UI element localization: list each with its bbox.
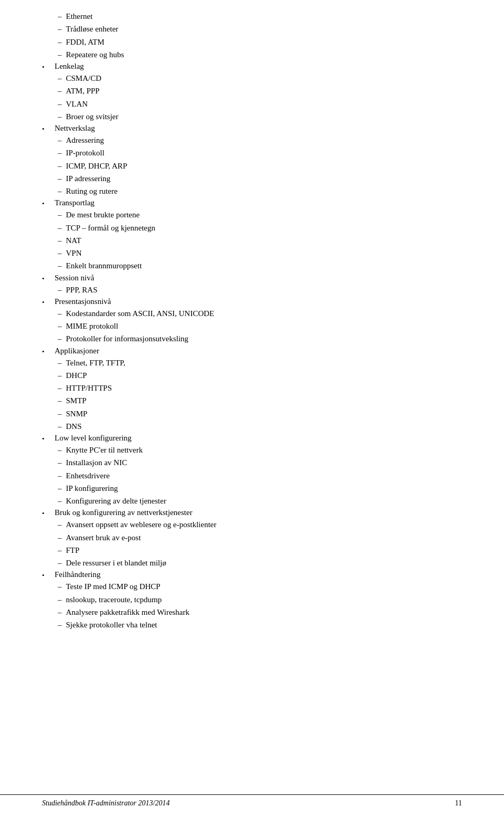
section-bruk: • Bruk og konfigurering av nettverkstjen… <box>42 508 462 569</box>
section-label-lenkelag: • Lenkelag <box>42 62 462 71</box>
list-item: –FDDI, ATM <box>42 36 462 48</box>
section-label-transportlag: • Transportlag <box>42 198 462 208</box>
section-transportlag: • Transportlag –De mest brukte portene –… <box>42 198 462 272</box>
dash-icon: – <box>58 594 62 606</box>
list-item: –Enkelt brannmuroppsett <box>42 260 462 272</box>
list-item: –Teste IP med ICMP og DHCP <box>42 581 462 593</box>
dash-icon: – <box>58 444 62 456</box>
presentasjon-sub-list: –Kodestandarder som ASCII, ANSI, UNICODE… <box>42 308 462 345</box>
section-label-session: • Session nivå <box>42 274 462 283</box>
page-content: –Ethernet –Trådløse enheter –FDDI, ATM –… <box>0 0 504 674</box>
section-title: Low level konfigurering <box>55 434 132 443</box>
section-title: Lenkelag <box>55 62 84 71</box>
dash-icon: – <box>58 532 62 544</box>
list-item: –IP konfigurering <box>42 483 462 495</box>
dash-icon: – <box>58 284 62 296</box>
dash-icon: – <box>58 421 62 433</box>
section-lenkelag: • Lenkelag –CSMA/CD –ATM, PPP –VLAN –Bro… <box>42 62 462 123</box>
session-sub-list: –PPP, RAS <box>42 284 462 296</box>
list-item: –Ethernet <box>42 11 462 23</box>
bullet-icon: • <box>42 125 49 133</box>
section-label-applikasjoner: • Applikasjoner <box>42 347 462 356</box>
list-item: –SNMP <box>42 408 462 420</box>
list-item: –Konfigurering av delte tjenester <box>42 495 462 507</box>
dash-icon: – <box>58 382 62 394</box>
dash-icon: – <box>58 483 62 495</box>
list-item: –Knytte PC'er til nettverk <box>42 444 462 456</box>
section-feil: • Feilhåndtering –Teste IP med ICMP og D… <box>42 570 462 631</box>
list-item: –Telnet, FTP, TFTP, <box>42 357 462 369</box>
section-label-presentasjon: • Presentasjonsnivå <box>42 297 462 307</box>
list-item: –Kodestandarder som ASCII, ANSI, UNICODE <box>42 308 462 320</box>
dash-icon: – <box>58 247 62 259</box>
dash-icon: – <box>58 85 62 97</box>
dash-icon: – <box>58 173 62 185</box>
bullet-icon: • <box>42 200 49 208</box>
list-item: –Avansert bruk av e-post <box>42 532 462 544</box>
dash-icon: – <box>58 495 62 507</box>
list-item: –Repeatere og hubs <box>42 49 462 61</box>
dash-icon: – <box>58 222 62 234</box>
dash-icon: – <box>58 134 62 146</box>
bullet-icon: • <box>42 435 49 443</box>
dash-icon: – <box>58 36 62 48</box>
list-item: –FTP <box>42 544 462 557</box>
dash-icon: – <box>58 185 62 197</box>
list-item: –MIME protokoll <box>42 320 462 332</box>
section-title: Session nivå <box>55 274 94 282</box>
list-item: –PPP, RAS <box>42 284 462 296</box>
dash-icon: – <box>58 581 62 593</box>
list-item: –VLAN <box>42 98 462 110</box>
section-nettverkslag: • Nettverkslag –Adressering –IP-protokol… <box>42 124 462 197</box>
section-intro: –Ethernet –Trådløse enheter –FDDI, ATM –… <box>42 11 462 61</box>
list-item: –Adressering <box>42 134 462 146</box>
list-item: –ICMP, DHCP, ARP <box>42 160 462 172</box>
section-title: Applikasjoner <box>55 347 99 355</box>
section-title: Transportlag <box>55 198 94 207</box>
dash-icon: – <box>58 147 62 159</box>
dash-icon: – <box>58 320 62 332</box>
dash-icon: – <box>58 357 62 369</box>
section-title: Bruk og konfigurering av nettverkstjenes… <box>55 508 192 517</box>
bruk-sub-list: –Avansert oppsett av weblesere og e-post… <box>42 519 462 569</box>
dash-icon: – <box>58 11 62 23</box>
list-item: –Dele ressurser i et blandet miljø <box>42 557 462 569</box>
bullet-icon: • <box>42 509 49 518</box>
list-item: –Enhetsdrivere <box>42 470 462 482</box>
list-item: –IP-protokoll <box>42 147 462 159</box>
list-item: –Protokoller for informasjonsutveksling <box>42 333 462 345</box>
transportlag-sub-list: –De mest brukte portene –TCP – formål og… <box>42 209 462 272</box>
list-item: –Broer og svitsjer <box>42 111 462 123</box>
list-item: –NAT <box>42 235 462 247</box>
dash-icon: – <box>58 160 62 172</box>
list-item: –HTTP/HTTPS <box>42 382 462 394</box>
section-label-bruk: • Bruk og konfigurering av nettverkstjen… <box>42 508 462 518</box>
list-item: –DHCP <box>42 370 462 382</box>
list-item: –Avansert oppsett av weblesere og e-post… <box>42 519 462 531</box>
lenkelag-sub-list: –CSMA/CD –ATM, PPP –VLAN –Broer og svits… <box>42 72 462 123</box>
dash-icon: – <box>58 457 62 469</box>
section-title: Nettverkslag <box>55 124 95 133</box>
list-item: –Sjekke protokoller vha telnet <box>42 619 462 631</box>
dash-icon: – <box>58 544 62 557</box>
dash-icon: – <box>58 395 62 407</box>
dash-icon: – <box>58 72 62 85</box>
dash-icon: – <box>58 98 62 110</box>
intro-sub-list: –Ethernet –Trådløse enheter –FDDI, ATM –… <box>42 11 462 61</box>
list-item: –Ruting og rutere <box>42 185 462 197</box>
list-item: –De mest brukte portene <box>42 209 462 221</box>
lowlevel-sub-list: –Knytte PC'er til nettverk –Installasjon… <box>42 444 462 507</box>
bullet-icon: • <box>42 298 49 307</box>
bullet-icon: • <box>42 348 49 356</box>
bullet-icon: • <box>42 275 49 283</box>
list-item: –Analysere pakketrafikk med Wireshark <box>42 606 462 618</box>
dash-icon: – <box>58 23 62 35</box>
dash-icon: – <box>58 49 62 61</box>
list-item: –nslookup, traceroute, tcpdump <box>42 594 462 606</box>
list-item: –SMTP <box>42 395 462 407</box>
section-label-lowlevel: • Low level konfigurering <box>42 434 462 443</box>
list-item: –Installasjon av NIC <box>42 457 462 469</box>
list-item: –Trådløse enheter <box>42 23 462 35</box>
list-item: –DNS <box>42 421 462 433</box>
nettverkslag-sub-list: –Adressering –IP-protokoll –ICMP, DHCP, … <box>42 134 462 197</box>
